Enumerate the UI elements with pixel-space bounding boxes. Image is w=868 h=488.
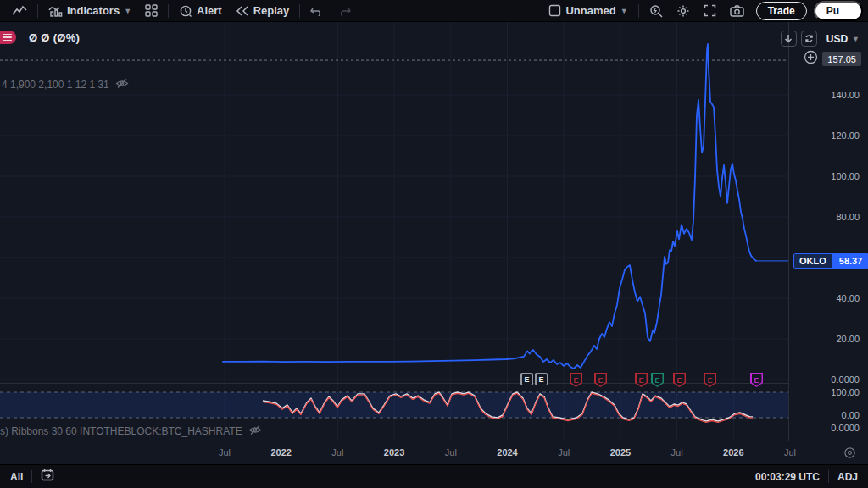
price-tick: 140.00 — [831, 90, 860, 100]
toolbar-divider — [37, 4, 38, 18]
line-chart-icon — [12, 5, 27, 17]
checkbox-square-icon — [548, 4, 561, 17]
last-price-value: 58.37 — [832, 253, 868, 269]
indicator-values: 4 1,900 2,100 1 12 1 31 — [2, 79, 109, 91]
legend-values: Ø Ø (Ø%) — [29, 31, 80, 44]
save-layout-button[interactable]: Unnamed ▼ — [542, 2, 634, 20]
earnings-marker[interactable]: E — [704, 373, 716, 387]
symbol-legend[interactable]: Ø Ø (Ø%) — [0, 30, 80, 44]
toolbar-divider — [299, 4, 300, 18]
price-axis[interactable]: USD ▼ 157.05 140.00120.00100.0080.0040.0… — [788, 22, 868, 441]
eye-hidden-icon[interactable] — [248, 424, 262, 438]
trade-button[interactable]: Trade — [756, 2, 807, 20]
price-tick: 120.00 — [831, 130, 860, 141]
scroll-to-recent-button[interactable] — [781, 30, 797, 47]
alert-button[interactable]: Alert — [172, 2, 229, 20]
alert-clock-icon — [179, 4, 192, 18]
indicators-button[interactable]: Indicators ▼ — [42, 2, 138, 20]
price-tick: 0.0000 — [831, 374, 860, 385]
time-tick: Jul — [784, 447, 796, 458]
price-level-row[interactable]: 157.05 — [804, 50, 861, 68]
price-tick: 100.00 — [831, 171, 860, 181]
lower-indicator-legend[interactable]: s) Ribbons 30 60 INTOTHEBLOCK:BTC_HASHRA… — [0, 424, 262, 438]
snapshot-button[interactable] — [723, 2, 751, 20]
earnings-marker[interactable]: E — [635, 373, 648, 387]
price-tick: 40.00 — [836, 293, 860, 303]
quick-search-button[interactable] — [643, 2, 670, 20]
time-tick: Jul — [445, 447, 457, 458]
toolbar-divider — [638, 4, 639, 18]
statusbar-divider — [31, 470, 32, 483]
price-tick: 0.0000 — [831, 423, 860, 433]
earnings-marker[interactable]: E — [535, 373, 548, 385]
source-pill-icon — [0, 30, 16, 44]
replay-label: Replay — [253, 4, 290, 17]
range-all-button[interactable]: All — [10, 471, 23, 483]
grid-layout-icon — [145, 4, 158, 17]
earnings-marker[interactable]: E — [673, 373, 686, 387]
search-lightning-icon — [649, 4, 663, 18]
replay-rewind-icon — [236, 5, 249, 17]
alert-label: Alert — [197, 4, 222, 17]
publish-button[interactable]: Pu — [814, 1, 863, 21]
camera-icon — [730, 5, 744, 17]
time-tick: 2025 — [610, 447, 631, 458]
earnings-marker[interactable]: E — [520, 373, 533, 385]
indicator-templates-button[interactable] — [138, 2, 164, 20]
time-tick: 2026 — [723, 447, 743, 458]
time-tick: Jul — [558, 447, 570, 458]
currency-dropdown[interactable]: USD ▼ — [821, 31, 865, 47]
time-axis[interactable]: Jul2022Jul2023Jul2024Jul2025Jul2026Jul — [0, 441, 868, 464]
indicators-icon — [48, 4, 63, 17]
indicators-label: Indicators — [67, 4, 120, 17]
earnings-marker[interactable]: E — [750, 373, 763, 387]
adjust-data-toggle[interactable]: ADJ — [837, 471, 858, 483]
tradingview-window: Indicators ▼ Alert Replay — [0, 0, 868, 488]
redo-button[interactable] — [331, 2, 358, 20]
time-tick: Jul — [671, 447, 683, 458]
price-tick: 20.00 — [836, 334, 860, 344]
top-toolbar: Indicators ▼ Alert Replay — [0, 0, 868, 22]
earnings-marker[interactable]: E — [594, 373, 607, 387]
redo-arrow-icon — [337, 6, 351, 16]
chevron-down-icon: ▼ — [620, 7, 628, 15]
time-tick: 2023 — [384, 447, 404, 458]
chevron-down-icon: ▼ — [124, 7, 131, 15]
replay-button[interactable]: Replay — [229, 2, 297, 20]
lower-indicator-title: s) Ribbons 30 60 INTOTHEBLOCK:BTC_HASHRA… — [0, 425, 242, 437]
eye-hidden-icon[interactable] — [115, 78, 129, 92]
time-tick: Jul — [219, 447, 231, 458]
time-tick: Jul — [331, 447, 343, 458]
undo-button[interactable] — [303, 2, 331, 20]
time-tick: 2022 — [270, 447, 291, 458]
undo-arrow-icon — [310, 6, 324, 16]
currency-value: USD — [826, 33, 848, 45]
time-axis-settings-gear-icon[interactable] — [843, 446, 856, 463]
settings-button[interactable] — [670, 2, 697, 20]
chevron-down-icon: ▼ — [852, 35, 860, 43]
price-tick: 100.00 — [831, 387, 860, 397]
earnings-marker[interactable]: E — [651, 373, 664, 387]
price-tick: 0.00 — [842, 410, 860, 420]
add-alert-plus-icon[interactable] — [804, 50, 818, 68]
fullscreen-button[interactable] — [697, 2, 723, 20]
toolbar-divider — [168, 4, 169, 18]
fullscreen-icon — [704, 4, 716, 17]
price-tick: 80.00 — [836, 212, 860, 222]
last-price-label: OKLO 58.37 — [793, 253, 868, 269]
go-to-date-icon[interactable] — [41, 469, 55, 485]
gear-icon — [676, 4, 690, 18]
clock-utc-button[interactable]: 00:03:29 UTC — [755, 471, 820, 483]
layout-name-label: Unnamed — [565, 4, 615, 17]
time-tick: 2024 — [497, 447, 517, 458]
bottom-status-bar: All 00:03:29 UTC ADJ — [0, 464, 868, 488]
earnings-marker[interactable]: E — [570, 373, 582, 387]
chart-type-button[interactable] — [5, 2, 34, 20]
price-level-label: 157.05 — [822, 52, 861, 66]
indicator-legend[interactable]: 4 1,900 2,100 1 12 1 31 — [2, 78, 129, 92]
ticker-label: OKLO — [793, 253, 832, 269]
statusbar-divider — [828, 470, 829, 483]
auto-scale-reset-button[interactable] — [801, 30, 817, 47]
